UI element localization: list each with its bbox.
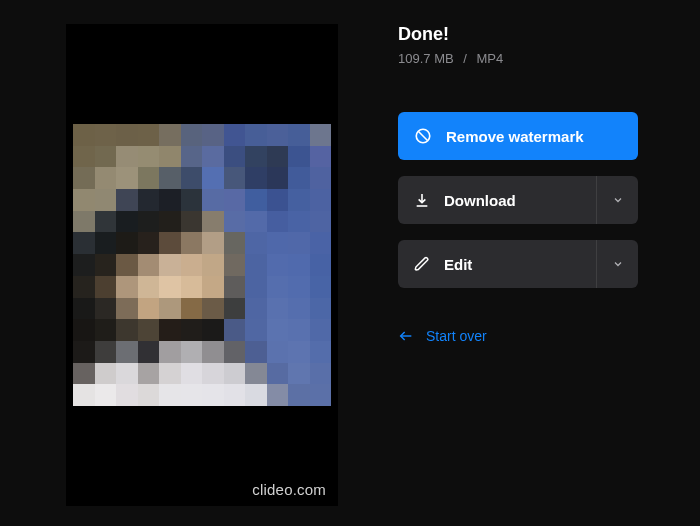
video-preview: clideo.com bbox=[66, 24, 338, 506]
download-button[interactable]: Download bbox=[398, 176, 638, 224]
chevron-down-icon bbox=[612, 258, 624, 270]
start-over-label: Start over bbox=[426, 328, 487, 344]
download-icon bbox=[414, 192, 430, 208]
meta-separator: / bbox=[463, 51, 467, 66]
no-sign-icon bbox=[414, 127, 432, 145]
watermark-text: clideo.com bbox=[252, 481, 326, 498]
edit-button[interactable]: Edit bbox=[398, 240, 638, 288]
status-title: Done! bbox=[398, 24, 638, 45]
arrow-left-icon bbox=[398, 328, 414, 344]
svg-line-1 bbox=[419, 132, 428, 141]
pencil-icon bbox=[414, 256, 430, 272]
chevron-down-icon bbox=[612, 194, 624, 206]
remove-watermark-label: Remove watermark bbox=[446, 128, 584, 145]
file-size: 109.7 MB bbox=[398, 51, 454, 66]
remove-watermark-button[interactable]: Remove watermark bbox=[398, 112, 638, 160]
file-meta: 109.7 MB / MP4 bbox=[398, 51, 638, 66]
edit-options-toggle[interactable] bbox=[596, 240, 638, 288]
download-options-toggle[interactable] bbox=[596, 176, 638, 224]
preview-frame bbox=[73, 124, 331, 406]
start-over-link[interactable]: Start over bbox=[398, 328, 638, 344]
edit-label: Edit bbox=[444, 256, 472, 273]
download-label: Download bbox=[444, 192, 516, 209]
file-format: MP4 bbox=[477, 51, 504, 66]
